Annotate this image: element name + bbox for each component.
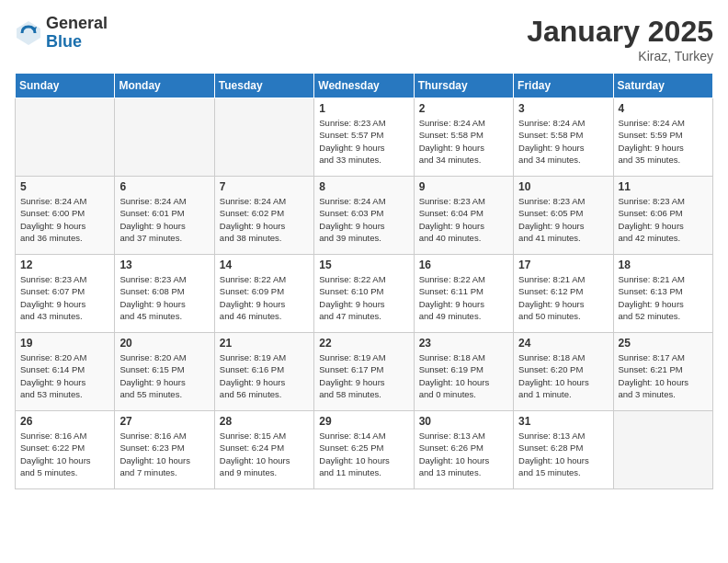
title-block: January 2025 Kiraz, Turkey [527, 15, 713, 63]
calendar-cell: 11Sunrise: 8:23 AM Sunset: 6:06 PM Dayli… [613, 177, 712, 255]
calendar-cell: 23Sunrise: 8:18 AM Sunset: 6:19 PM Dayli… [414, 333, 513, 411]
calendar-cell: 14Sunrise: 8:22 AM Sunset: 6:09 PM Dayli… [214, 255, 313, 333]
calendar-table: SundayMondayTuesdayWednesdayThursdayFrid… [15, 73, 713, 489]
month-title: January 2025 [527, 15, 713, 49]
day-number: 6 [119, 180, 209, 193]
calendar-cell: 5Sunrise: 8:24 AM Sunset: 6:00 PM Daylig… [16, 177, 115, 255]
day-info: Sunrise: 8:16 AM Sunset: 6:22 PM Dayligh… [20, 430, 109, 478]
calendar-cell: 25Sunrise: 8:17 AM Sunset: 6:21 PM Dayli… [613, 333, 712, 411]
day-number: 31 [518, 415, 608, 428]
calendar-cell: 31Sunrise: 8:13 AM Sunset: 6:28 PM Dayli… [514, 411, 613, 489]
weekday-saturday: Saturday [613, 74, 712, 98]
day-info: Sunrise: 8:23 AM Sunset: 6:06 PM Dayligh… [619, 195, 708, 244]
day-number: 15 [319, 259, 408, 271]
week-row-5: 26Sunrise: 8:16 AM Sunset: 6:22 PM Dayli… [16, 411, 713, 489]
calendar-cell: 3Sunrise: 8:24 AM Sunset: 5:58 PM Daylig… [514, 98, 613, 177]
calendar-cell: 27Sunrise: 8:16 AM Sunset: 6:23 PM Dayli… [115, 411, 214, 489]
day-number: 29 [319, 415, 408, 428]
day-info: Sunrise: 8:22 AM Sunset: 6:11 PM Dayligh… [419, 273, 508, 322]
day-number: 20 [119, 337, 209, 350]
day-info: Sunrise: 8:18 AM Sunset: 6:19 PM Dayligh… [419, 351, 508, 400]
day-number: 10 [518, 180, 608, 193]
calendar-cell: 10Sunrise: 8:23 AM Sunset: 6:05 PM Dayli… [514, 177, 613, 255]
calendar-cell: 2Sunrise: 8:24 AM Sunset: 5:58 PM Daylig… [414, 98, 513, 177]
weekday-monday: Monday [115, 74, 214, 98]
calendar-cell: 13Sunrise: 8:23 AM Sunset: 6:08 PM Dayli… [115, 255, 214, 333]
day-number: 23 [419, 337, 508, 350]
day-number: 19 [20, 337, 109, 350]
day-number: 27 [119, 415, 209, 428]
day-info: Sunrise: 8:22 AM Sunset: 6:10 PM Dayligh… [319, 273, 408, 322]
calendar-cell: 20Sunrise: 8:20 AM Sunset: 6:15 PM Dayli… [115, 333, 214, 411]
calendar-cell: 12Sunrise: 8:23 AM Sunset: 6:07 PM Dayli… [16, 255, 115, 333]
calendar-cell: 26Sunrise: 8:16 AM Sunset: 6:22 PM Dayli… [16, 411, 115, 489]
day-info: Sunrise: 8:23 AM Sunset: 6:07 PM Dayligh… [20, 273, 109, 322]
day-number: 17 [518, 259, 608, 271]
day-number: 24 [518, 337, 608, 350]
day-info: Sunrise: 8:24 AM Sunset: 6:02 PM Dayligh… [220, 195, 309, 244]
day-info: Sunrise: 8:24 AM Sunset: 6:03 PM Dayligh… [319, 195, 408, 244]
calendar-cell: 4Sunrise: 8:24 AM Sunset: 5:59 PM Daylig… [613, 98, 712, 177]
day-number: 13 [119, 259, 209, 271]
calendar-cell [613, 411, 712, 489]
day-info: Sunrise: 8:23 AM Sunset: 6:05 PM Dayligh… [518, 195, 608, 244]
day-number: 4 [619, 102, 708, 115]
day-info: Sunrise: 8:24 AM Sunset: 5:58 PM Dayligh… [419, 117, 508, 166]
calendar-cell [16, 98, 115, 177]
calendar-cell: 18Sunrise: 8:21 AM Sunset: 6:13 PM Dayli… [613, 255, 712, 333]
day-number: 8 [319, 180, 408, 193]
day-info: Sunrise: 8:22 AM Sunset: 6:09 PM Dayligh… [220, 273, 309, 322]
day-info: Sunrise: 8:23 AM Sunset: 6:04 PM Dayligh… [419, 195, 508, 244]
calendar-cell: 1Sunrise: 8:23 AM Sunset: 5:57 PM Daylig… [314, 98, 414, 177]
page-header: General Blue January 2025 Kiraz, Turkey [15, 15, 713, 63]
day-number: 21 [220, 337, 309, 350]
calendar-body: 1Sunrise: 8:23 AM Sunset: 5:57 PM Daylig… [16, 98, 713, 489]
day-info: Sunrise: 8:13 AM Sunset: 6:26 PM Dayligh… [419, 430, 508, 478]
calendar-cell: 30Sunrise: 8:13 AM Sunset: 6:26 PM Dayli… [414, 411, 513, 489]
day-number: 28 [220, 415, 309, 428]
day-info: Sunrise: 8:20 AM Sunset: 6:15 PM Dayligh… [119, 351, 209, 400]
day-info: Sunrise: 8:23 AM Sunset: 5:57 PM Dayligh… [319, 117, 408, 166]
day-info: Sunrise: 8:15 AM Sunset: 6:24 PM Dayligh… [220, 430, 309, 478]
day-number: 1 [319, 102, 408, 115]
day-number: 25 [619, 337, 708, 350]
day-info: Sunrise: 8:21 AM Sunset: 6:12 PM Dayligh… [518, 273, 608, 322]
day-number: 12 [20, 259, 109, 271]
day-info: Sunrise: 8:24 AM Sunset: 5:58 PM Dayligh… [518, 117, 608, 166]
calendar-cell: 7Sunrise: 8:24 AM Sunset: 6:02 PM Daylig… [214, 177, 313, 255]
day-info: Sunrise: 8:23 AM Sunset: 6:08 PM Dayligh… [119, 273, 209, 322]
day-number: 5 [20, 180, 109, 193]
day-number: 22 [319, 337, 408, 350]
day-info: Sunrise: 8:19 AM Sunset: 6:16 PM Dayligh… [220, 351, 309, 400]
weekday-header-row: SundayMondayTuesdayWednesdayThursdayFrid… [16, 74, 713, 98]
week-row-3: 12Sunrise: 8:23 AM Sunset: 6:07 PM Dayli… [16, 255, 713, 333]
day-number: 3 [518, 102, 608, 115]
day-number: 11 [619, 180, 708, 193]
calendar-cell: 15Sunrise: 8:22 AM Sunset: 6:10 PM Dayli… [314, 255, 414, 333]
calendar-cell: 19Sunrise: 8:20 AM Sunset: 6:14 PM Dayli… [16, 333, 115, 411]
calendar-cell: 17Sunrise: 8:21 AM Sunset: 6:12 PM Dayli… [514, 255, 613, 333]
day-info: Sunrise: 8:24 AM Sunset: 5:59 PM Dayligh… [619, 117, 708, 166]
day-number: 18 [619, 259, 708, 271]
calendar-cell: 8Sunrise: 8:24 AM Sunset: 6:03 PM Daylig… [314, 177, 414, 255]
calendar-cell: 9Sunrise: 8:23 AM Sunset: 6:04 PM Daylig… [414, 177, 513, 255]
day-info: Sunrise: 8:18 AM Sunset: 6:20 PM Dayligh… [518, 351, 608, 400]
day-info: Sunrise: 8:19 AM Sunset: 6:17 PM Dayligh… [319, 351, 408, 400]
calendar-cell: 29Sunrise: 8:14 AM Sunset: 6:25 PM Dayli… [314, 411, 414, 489]
weekday-thursday: Thursday [414, 74, 513, 98]
logo-text: General Blue [46, 15, 108, 52]
week-row-1: 1Sunrise: 8:23 AM Sunset: 5:57 PM Daylig… [16, 98, 713, 177]
day-info: Sunrise: 8:16 AM Sunset: 6:23 PM Dayligh… [119, 430, 209, 478]
calendar-cell [214, 98, 313, 177]
calendar-cell: 6Sunrise: 8:24 AM Sunset: 6:01 PM Daylig… [115, 177, 214, 255]
weekday-tuesday: Tuesday [214, 74, 313, 98]
day-info: Sunrise: 8:20 AM Sunset: 6:14 PM Dayligh… [20, 351, 109, 400]
location: Kiraz, Turkey [527, 49, 713, 63]
weekday-wednesday: Wednesday [314, 74, 414, 98]
day-number: 2 [419, 102, 508, 115]
day-number: 9 [419, 180, 508, 193]
day-info: Sunrise: 8:13 AM Sunset: 6:28 PM Dayligh… [518, 430, 608, 478]
day-info: Sunrise: 8:17 AM Sunset: 6:21 PM Dayligh… [619, 351, 708, 400]
logo: General Blue [15, 15, 108, 52]
calendar-cell: 28Sunrise: 8:15 AM Sunset: 6:24 PM Dayli… [214, 411, 313, 489]
